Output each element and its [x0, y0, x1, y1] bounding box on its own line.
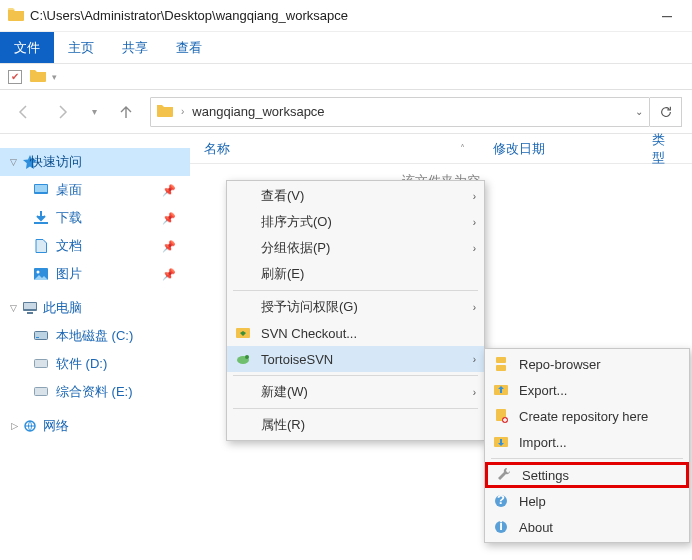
chevron-right-icon: › [473, 387, 476, 398]
repo-browser-icon [493, 356, 509, 372]
svg-rect-17 [496, 365, 506, 371]
desktop-icon [34, 183, 48, 197]
ctx-sort[interactable]: 排序方式(O)› [227, 209, 484, 235]
svg-rect-1 [35, 185, 47, 192]
column-headers: 名称 ˄ 修改日期 类型 [190, 134, 692, 164]
svg-rect-2 [34, 222, 48, 224]
folder-icon [157, 103, 173, 120]
wrench-icon [496, 467, 512, 483]
create-repo-icon [493, 408, 509, 424]
svg-rect-8 [35, 332, 48, 340]
nav-up-button[interactable] [112, 98, 140, 126]
chevron-down-icon[interactable]: ▾ [52, 72, 57, 82]
sidebar-item-downloads[interactable]: 下载 📌 [0, 204, 190, 232]
pin-icon: 📌 [162, 184, 176, 197]
download-icon [34, 211, 48, 225]
chevron-right-icon: › [473, 243, 476, 254]
ctx-export[interactable]: Export... [485, 377, 689, 403]
ctx-new[interactable]: 新建(W)› [227, 379, 484, 405]
folder-icon [8, 7, 24, 24]
column-header-name[interactable]: 名称 ˄ [190, 140, 479, 158]
svg-rect-16 [496, 357, 506, 363]
ctx-create-repo[interactable]: Create repository here [485, 403, 689, 429]
svg-rect-7 [27, 312, 33, 314]
menu-file[interactable]: 文件 [0, 32, 54, 63]
ctx-settings[interactable]: Settings [485, 462, 689, 488]
tortoisesvn-icon [235, 351, 251, 367]
minimize-button[interactable]: – [650, 5, 684, 26]
address-bar[interactable]: › wangqiang_worksapce ⌄ [150, 97, 650, 127]
document-icon [34, 239, 48, 253]
ctx-tortoisesvn[interactable]: TortoiseSVN› [227, 346, 484, 372]
sidebar-drive-e[interactable]: 综合资料 (E:) [0, 378, 190, 406]
chevron-right-icon: › [473, 302, 476, 313]
sidebar-drive-d[interactable]: 软件 (D:) [0, 350, 190, 378]
sidebar-drive-c[interactable]: 本地磁盘 (C:) [0, 322, 190, 350]
checkbox-toggle[interactable]: ✔ [8, 70, 22, 84]
refresh-button[interactable] [650, 97, 682, 127]
column-header-date[interactable]: 修改日期 [479, 140, 638, 158]
separator [233, 290, 478, 291]
ctx-grant-access[interactable]: 授予访问权限(G)› [227, 294, 484, 320]
ctx-properties[interactable]: 属性(R) [227, 412, 484, 438]
svg-text:i: i [499, 520, 503, 533]
help-icon: ? [493, 493, 509, 509]
context-menu-tortoisesvn: Repo-browser Export... Create repository… [484, 348, 690, 543]
separator [233, 375, 478, 376]
menu-home[interactable]: 主页 [54, 32, 108, 63]
sidebar-this-pc-header[interactable]: ▽ 此电脑 [0, 294, 190, 322]
svg-rect-9 [36, 337, 39, 338]
sort-indicator-icon: ˄ [460, 143, 465, 154]
ctx-refresh[interactable]: 刷新(E) [227, 261, 484, 287]
separator [233, 408, 478, 409]
pc-icon [23, 301, 37, 315]
sidebar-item-desktop[interactable]: 桌面 📌 [0, 176, 190, 204]
nav-back-button[interactable] [10, 98, 38, 126]
svg-point-15 [245, 355, 249, 359]
chevron-right-icon: › [473, 217, 476, 228]
recent-dropdown[interactable]: ▾ [86, 98, 102, 126]
menu-share[interactable]: 共享 [108, 32, 162, 63]
export-icon [493, 382, 509, 398]
network-icon [23, 419, 37, 433]
svg-text:?: ? [497, 494, 505, 507]
ctx-import[interactable]: Import... [485, 429, 689, 455]
svg-rect-6 [24, 303, 36, 309]
drive-icon [34, 329, 48, 343]
ctx-repo-browser[interactable]: Repo-browser [485, 351, 689, 377]
folder-icon [30, 68, 46, 85]
chevron-right-icon: › [473, 191, 476, 202]
pictures-icon [34, 267, 48, 281]
menubar: 文件 主页 共享 查看 [0, 32, 692, 64]
column-header-type[interactable]: 类型 [638, 131, 692, 167]
chevron-right-icon: › [473, 354, 476, 365]
ctx-group[interactable]: 分组依据(P)› [227, 235, 484, 261]
sidebar-network-header[interactable]: ▽ 网络 [0, 412, 190, 440]
drive-icon [34, 385, 48, 399]
chevron-down-icon[interactable]: ⌄ [635, 106, 643, 117]
pin-icon: 📌 [162, 240, 176, 253]
sidebar-item-pictures[interactable]: 图片 📌 [0, 260, 190, 288]
context-menu-primary: 查看(V)› 排序方式(O)› 分组依据(P)› 刷新(E) 授予访问权限(G)… [226, 180, 485, 441]
svg-rect-10 [35, 360, 48, 368]
import-icon [493, 434, 509, 450]
svn-checkout-icon [235, 325, 251, 341]
pin-icon: 📌 [162, 268, 176, 281]
ctx-view[interactable]: 查看(V)› [227, 183, 484, 209]
ctx-help[interactable]: ? Help [485, 488, 689, 514]
drive-icon [34, 357, 48, 371]
svg-rect-11 [35, 388, 48, 396]
chevron-right-icon: › [181, 106, 184, 117]
ctx-svn-checkout[interactable]: SVN Checkout... [227, 320, 484, 346]
nav-forward-button[interactable] [48, 98, 76, 126]
menu-view[interactable]: 查看 [162, 32, 216, 63]
ctx-about[interactable]: i About [485, 514, 689, 540]
separator [491, 458, 683, 459]
info-icon: i [493, 519, 509, 535]
breadcrumb-item[interactable]: wangqiang_worksapce [192, 104, 324, 119]
sidebar: ▽ 快速访问 桌面 📌 下载 📌 文档 📌 图片 📌 [0, 134, 190, 560]
sidebar-item-documents[interactable]: 文档 📌 [0, 232, 190, 260]
svg-point-4 [37, 271, 40, 274]
pin-icon: 📌 [162, 212, 176, 225]
window-title-path: C:\Users\Administrator\Desktop\wangqiang… [30, 8, 650, 23]
